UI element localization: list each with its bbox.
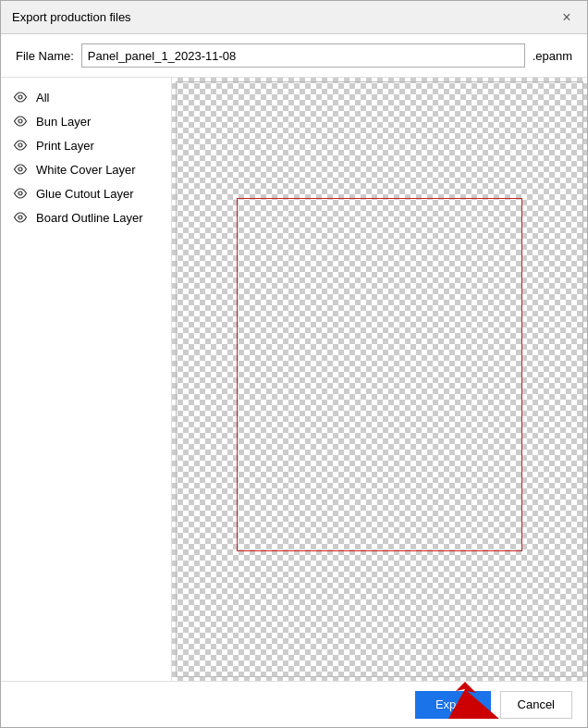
inner-rect [237,198,522,551]
content-area: All Bun Layer Print Layer White Cover La… [1,78,587,681]
file-extension: .epanm [533,49,572,63]
title-bar: Export production files × [1,1,587,34]
layer-name: Bun Layer [36,115,91,129]
layer-name: White Cover Layer [36,163,136,177]
file-name-label: File Name: [16,49,74,63]
layer-list: All Bun Layer Print Layer White Cover La… [1,78,172,681]
svg-point-2 [18,143,22,147]
layer-item-print[interactable]: Print Layer [1,133,171,157]
dialog-title: Export production files [12,10,131,24]
layer-name: Board Outline Layer [36,211,143,225]
svg-marker-6 [448,682,499,719]
layer-item-glue-cutout[interactable]: Glue Cutout Layer [1,181,171,205]
svg-point-3 [18,167,22,171]
eye-icon [12,113,29,130]
layer-item-white-cover[interactable]: White Cover Layer [1,157,171,181]
file-name-input[interactable] [81,43,525,68]
eye-icon [12,185,29,202]
cancel-button[interactable]: Cancel [500,691,572,719]
layer-item-bun[interactable]: Bun Layer [1,109,171,133]
svg-point-4 [18,191,22,195]
eye-icon [12,89,29,105]
export-arrow-indicator [448,682,499,723]
eye-icon [12,161,29,178]
layer-name: Glue Cutout Layer [36,187,134,201]
svg-point-5 [18,216,22,219]
layer-name: Print Layer [36,139,94,153]
layer-item-all[interactable]: All [1,85,171,109]
eye-icon [12,209,29,226]
file-name-row: File Name: .epanm [1,34,587,78]
preview-area [172,78,587,681]
export-dialog: Export production files × File Name: .ep… [0,0,588,728]
svg-point-0 [18,95,22,99]
layer-item-board-outline[interactable]: Board Outline Layer [1,205,171,229]
svg-point-1 [18,119,22,123]
layer-name: All [36,91,49,105]
footer: Export Cancel [1,681,587,727]
eye-icon [12,137,29,154]
close-button[interactable]: × [557,8,576,27]
